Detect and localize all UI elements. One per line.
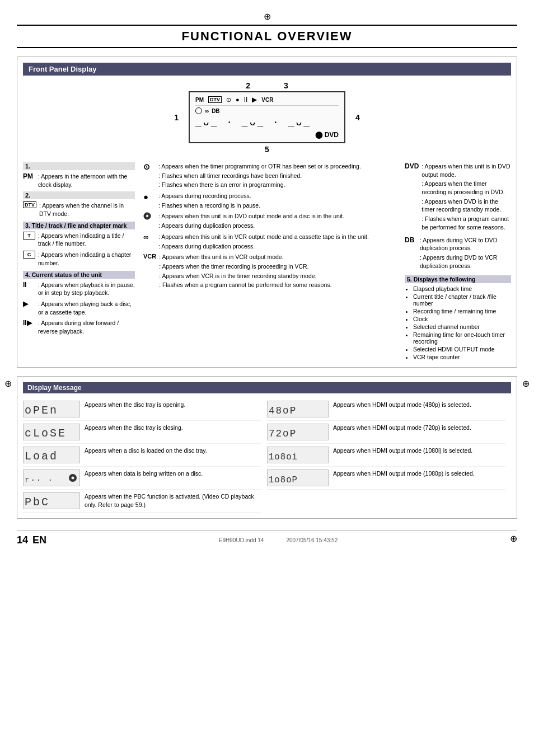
pm-text: : Appears in the afternoon with the cloc… <box>38 172 135 189</box>
seg-write: r·· · <box>23 469 80 486</box>
pause-symbol: II <box>244 96 248 104</box>
msg-item-load: Load Appears when a disc is loaded on th… <box>23 444 261 467</box>
list-item-7: Selected HDMI OUTPUT mode <box>413 346 511 353</box>
svg-text:48oP: 48oP <box>269 405 297 416</box>
vcr-text-3: : Appears when VCR is in the timer recor… <box>159 272 331 280</box>
vcr-label: VCR <box>143 253 156 260</box>
msg-left-col: oPEn Appears when the disc tray is openi… <box>23 398 267 513</box>
record-icon: ● <box>143 192 156 201</box>
main-content: 1. PM : Appears in the afternoon with th… <box>23 162 511 361</box>
section3-title-item: T : Appears when indicating a title / tr… <box>23 232 135 248</box>
list-item-5: Selected channel number <box>413 323 511 330</box>
timer-texts: : Appears when the timer programming or … <box>158 162 361 189</box>
svg-text:PbC: PbC <box>25 496 50 509</box>
svg-text:1o8oP: 1o8oP <box>269 475 298 485</box>
dvd-right-label: DVD <box>405 162 419 170</box>
dtv-box: DTV <box>208 96 222 103</box>
page-number-area: 14 EN <box>17 534 46 546</box>
page-title: FUNCTIONAL OVERVIEW <box>17 25 517 48</box>
date-info: 2007/05/16 15:43:52 <box>286 537 338 543</box>
seg-open: oPEn <box>23 401 80 417</box>
msg-text-pbc: Appears when the PBC function is activat… <box>85 492 261 509</box>
vcr-item: VCR : Appears when this unit is in VCR o… <box>143 253 396 289</box>
disc-symbol <box>195 107 202 114</box>
middle-column: ⊙ : Appears when the timer programming o… <box>143 162 396 361</box>
msg-text-720p: Appears when HDMI output mode (720p) is … <box>333 424 471 432</box>
seg-load: Load <box>23 447 80 463</box>
chapter-text: : Appears when indicating a chapter numb… <box>38 251 135 267</box>
vcr-text-4: : Flashes when a program cannot be perfo… <box>159 281 331 289</box>
msg-item-open: oPEn Appears when the disc tray is openi… <box>23 398 261 421</box>
cassette-text-2: : Appears during duplication process. <box>158 242 369 251</box>
disc-item: : Appears when this unit is in DVD outpu… <box>143 212 396 229</box>
seg-1080p: 1o8oP <box>267 469 329 486</box>
bottom-crosshair-icon: ⊕ <box>510 533 517 544</box>
record-text-2: : Flashes when a recording is in pause. <box>158 201 260 210</box>
dvd-label-display: ⬤ DVD <box>315 131 339 139</box>
list-item-8: VCR tape counter <box>413 354 511 360</box>
diagram-label-5: 5 <box>23 145 511 154</box>
dvd-item: DVD : Appears when this unit is in DVD o… <box>405 162 511 232</box>
chapter-icon: C <box>23 251 35 259</box>
section4-header: 4. Current status of the unit <box>23 271 135 279</box>
timer-item: ⊙ : Appears when the timer programming o… <box>143 162 396 189</box>
msg-text-1080p: Appears when HDMI output mode (1080p) is… <box>333 469 475 478</box>
timer-icon-symbol: ⊙ <box>143 162 156 171</box>
db-text-2: : Appears during DVD to VCR duplication … <box>420 253 511 270</box>
pause-text: : Appears when playback is in pause, or … <box>38 281 135 297</box>
section4-pause-item: II : Appears when playback is in pause, … <box>23 281 135 297</box>
footer-info: E9H90UD.indd 14 2007/05/16 15:43:52 <box>219 537 338 543</box>
timer-text-1: : Appears when the timer programming or … <box>158 162 361 171</box>
dtv-icon: DTV <box>23 201 36 208</box>
seg-1080i: 1o8oi <box>267 447 329 463</box>
msg-item-write: r·· · Appears when data is being written… <box>23 467 261 490</box>
page-footer: 14 EN E9H90UD.indd 14 2007/05/16 15:43:5… <box>17 530 517 547</box>
msg-text-480p: Appears when HDMI output mode (480p) is … <box>333 401 471 409</box>
msg-item-close: cLoSE Appears when the disc tray is clos… <box>23 421 261 444</box>
section5-list: Elapsed playback time Current title / ch… <box>413 285 511 360</box>
display-device: PM DTV ⊙ ● II ▶ VCR ∞ DB _ᴗ_ · _ᴗ_ <box>189 91 345 143</box>
device-row-dvd: ⬤ DVD <box>195 131 339 139</box>
msg-text-write: Appears when data is being written on a … <box>85 469 203 478</box>
device-segments: _ᴗ_ · _ᴗ_ · _ᴗ_ <box>195 116 339 128</box>
play-icon: ▶ <box>23 300 35 308</box>
device-row1: PM DTV ⊙ ● II ▶ VCR <box>195 96 339 106</box>
slow-text: : Appears during slow forward / reverse … <box>38 319 135 335</box>
vcr-text-2: : Appears when the timer recording is pr… <box>159 262 331 271</box>
front-panel-section: Front Panel Display 2 3 1 PM DTV ⊙ ● II <box>17 57 517 368</box>
cassette-text-1: : Appears when this unit is in VCR outpu… <box>158 233 369 241</box>
vcr-label-display: VCR <box>261 97 273 103</box>
timer-symbol: ⊙ <box>226 96 231 104</box>
record-dot: ● <box>236 96 240 103</box>
left-column: 1. PM : Appears in the afternoon with th… <box>23 162 135 361</box>
dtv-text: : Appears when the channel is in DTV mod… <box>39 201 135 218</box>
list-item-6: Remaining time for one-touch timer recor… <box>413 331 511 345</box>
msg-text-1080i: Appears when HDMI output mode (1080i) is… <box>333 447 472 455</box>
msg-item-720p: 72oP Appears when HDMI output mode (720p… <box>267 421 505 444</box>
svg-text:1o8oi: 1o8oi <box>269 452 298 462</box>
db-item: DB : Appears during VCR to DVD duplicati… <box>405 236 511 270</box>
msg-text-close: Appears when the disc tray is closing. <box>85 424 183 432</box>
diagram-area: 2 3 1 PM DTV ⊙ ● II ▶ VCR <box>23 81 511 154</box>
msg-item-1080p: 1o8oP Appears when HDMI output mode (108… <box>267 467 505 490</box>
section5-header: 5. Displays the following <box>405 275 511 283</box>
section4-play-item: ▶ : Appears when playing back a disc, or… <box>23 300 135 316</box>
svg-text:oPEn: oPEn <box>25 404 58 417</box>
section4-slow-item: II▶ : Appears during slow forward / reve… <box>23 319 135 335</box>
dvd-text-4: : Flashes when a program cannot be perfo… <box>421 215 511 231</box>
list-item-3: Recording time / remaining time <box>413 308 511 314</box>
play-symbol: ▶ <box>252 96 257 104</box>
timer-text-3: : Flashes when there is an error in prog… <box>158 181 361 189</box>
svg-text:Load: Load <box>25 450 58 463</box>
cassette-item: ∞ : Appears when this unit is in VCR out… <box>143 233 396 250</box>
lang-label: EN <box>32 534 46 546</box>
seg-720p: 72oP <box>267 424 329 440</box>
db-label-display: DB <box>212 108 219 114</box>
db-text-1: : Appears during VCR to DVD duplication … <box>420 236 511 252</box>
device-row2: ∞ DB <box>195 107 339 114</box>
file-info: E9H90UD.indd 14 <box>219 537 264 543</box>
record-texts: : Appears during recording process. : Fl… <box>158 192 260 209</box>
seg-close: cLoSE <box>23 424 80 440</box>
msg-right-col: 48oP Appears when HDMI output mode (480p… <box>267 398 511 513</box>
section3-chapter-item: C : Appears when indicating a chapter nu… <box>23 251 135 267</box>
